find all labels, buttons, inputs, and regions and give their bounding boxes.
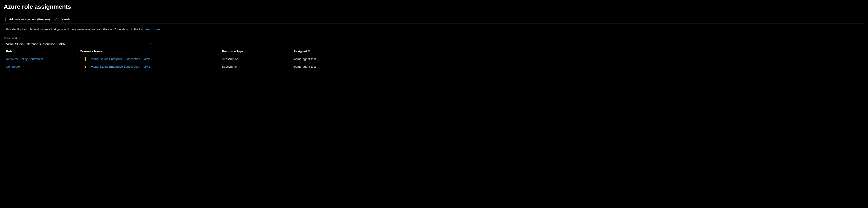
resource-type-text: Subscription <box>222 65 239 68</box>
subscription-label: Subscription* <box>4 36 864 40</box>
blade-container: Azure role assignments Add role assignme… <box>0 0 868 74</box>
key-icon <box>84 64 88 69</box>
toolbar: Add role assignment (Preview) Refresh <box>4 17 864 24</box>
column-header-assigned-to[interactable]: Assigned To <box>291 50 864 53</box>
svg-rect-3 <box>85 60 86 60</box>
refresh-label: Refresh <box>60 18 70 21</box>
resource-name-link[interactable]: Visual Studio Enterprise Subscription – … <box>91 65 150 68</box>
svg-rect-4 <box>85 60 86 61</box>
key-icon <box>84 57 88 61</box>
add-role-assignment-label: Add role assignment (Preview) <box>9 18 50 21</box>
chevron-down-icon <box>150 42 153 46</box>
table-row: Resource Policy Contributor Visual Studi… <box>4 55 864 63</box>
assigned-to-text: loome-agent-test <box>293 57 316 61</box>
role-link[interactable]: Resource Policy Contributor <box>6 57 43 61</box>
role-assignments-table: Role Resource Name Resource Type Assigne… <box>4 47 864 71</box>
svg-rect-9 <box>85 68 86 68</box>
refresh-icon <box>54 17 58 21</box>
header-row: Azure role assignments <box>4 3 864 10</box>
page-title: Azure role assignments <box>4 3 71 10</box>
column-header-role[interactable]: Role <box>4 50 77 53</box>
plus-icon <box>4 17 7 21</box>
info-text: If this identity has role assignments th… <box>4 28 864 31</box>
refresh-button[interactable]: Refresh <box>54 17 70 21</box>
svg-rect-8 <box>85 68 86 68</box>
table-row: Contributor Visual Studio Enterprise Sub… <box>4 63 864 71</box>
svg-point-1 <box>85 58 86 58</box>
required-asterisk: * <box>21 36 22 40</box>
svg-point-6 <box>85 66 86 66</box>
subscription-label-text: Subscription <box>4 36 20 40</box>
column-header-resource-name[interactable]: Resource Name <box>77 50 220 53</box>
close-button[interactable] <box>863 3 864 9</box>
assigned-to-text: loome-agent-test <box>293 65 316 68</box>
subscription-selected-value: Visual Studio Enterprise Subscription – … <box>6 42 65 46</box>
info-message: If this identity has role assignments th… <box>4 28 144 31</box>
column-header-resource-type[interactable]: Resource Type <box>220 50 291 53</box>
subscription-field: Subscription* Visual Studio Enterprise S… <box>4 36 864 47</box>
learn-more-link[interactable]: Learn more <box>145 28 160 31</box>
add-role-assignment-button[interactable]: Add role assignment (Preview) <box>4 17 50 21</box>
role-link[interactable]: Contributor <box>6 65 21 68</box>
table-header: Role Resource Name Resource Type Assigne… <box>4 47 864 55</box>
resource-type-text: Subscription <box>222 57 239 61</box>
resource-name-link[interactable]: Visual Studio Enterprise Subscription – … <box>91 57 150 61</box>
subscription-dropdown[interactable]: Visual Studio Enterprise Subscription – … <box>4 41 155 47</box>
